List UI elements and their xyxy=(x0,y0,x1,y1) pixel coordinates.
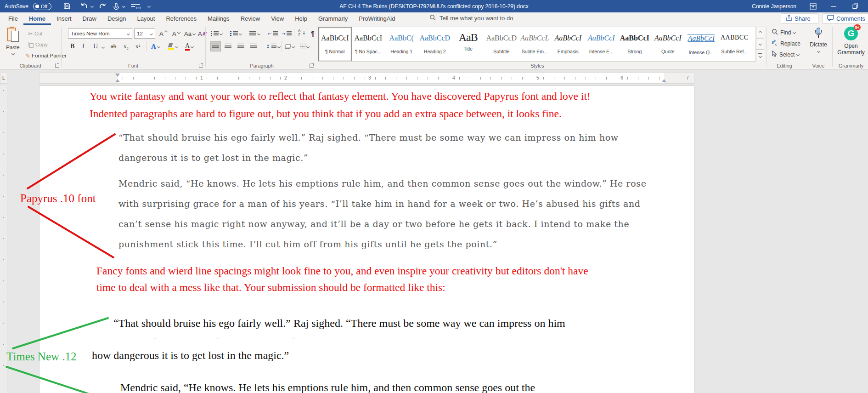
bullets-icon xyxy=(211,31,212,32)
style-card-subtle-emphasis[interactable]: AaBbCcL Subtle Em... xyxy=(518,27,552,61)
align-left-button[interactable] xyxy=(210,41,221,51)
right-indent-marker[interactable] xyxy=(662,79,666,82)
ruler-number: 5 xyxy=(536,75,539,80)
borders-button[interactable] xyxy=(299,41,310,51)
clear-formatting-eraser-icon xyxy=(202,32,207,35)
tab-prowritingaid[interactable]: ProWritingAid xyxy=(353,13,400,25)
bullets-button[interactable] xyxy=(209,28,224,39)
replace-button[interactable]: bc Replace xyxy=(772,40,800,47)
horizontal-ruler[interactable]: 1 2 3 4 5 6 7 xyxy=(39,73,694,84)
restore-button[interactable] xyxy=(851,2,860,11)
style-card-heading2[interactable]: AaBbCcD Heading 2 xyxy=(418,27,452,61)
first-line-indent-marker[interactable] xyxy=(115,74,120,77)
font-name-combo[interactable]: Times New Rom xyxy=(68,28,132,39)
subscript-label: x₂ xyxy=(124,43,129,50)
style-card-heading1[interactable]: AaBbC( Heading 1 xyxy=(385,27,418,61)
pilcrow-icon: ¶ xyxy=(311,30,315,37)
styles-more-button[interactable] xyxy=(756,50,764,61)
bold-button[interactable]: B xyxy=(69,41,76,51)
microphone-icon xyxy=(815,28,822,39)
style-card-strong[interactable]: AaBbCcI Strong xyxy=(618,27,652,61)
select-button[interactable]: Select xyxy=(772,51,799,58)
tab-insert[interactable]: Insert xyxy=(51,13,77,25)
styles-scroll-up-button[interactable] xyxy=(756,27,764,38)
find-button[interactable]: Find xyxy=(772,28,795,36)
open-grammarly-button[interactable]: G 5+ Open Grammarly xyxy=(836,27,866,56)
style-card-intense-emphasis[interactable]: AaBbCcI Intense E... xyxy=(585,27,618,61)
increase-indent-icon: → xyxy=(282,31,285,36)
clear-formatting-button[interactable]: A xyxy=(197,28,208,39)
numbering-button[interactable] xyxy=(229,28,243,39)
font-size-combo[interactable]: 12 xyxy=(134,28,155,39)
show-paragraph-marks-button[interactable]: ¶ xyxy=(310,28,316,39)
subscript-button[interactable]: x₂ xyxy=(122,41,130,51)
vertical-ruler[interactable] xyxy=(0,85,7,393)
paste-chevron-icon[interactable] xyxy=(11,52,14,55)
tab-layout[interactable]: Layout xyxy=(131,13,160,25)
tab-home[interactable]: Home xyxy=(23,13,51,25)
doc-papyrus-p2-line2: with surprising grace for a man of his y… xyxy=(118,199,641,209)
hanging-indent-marker[interactable] xyxy=(115,79,120,82)
style-card-normal[interactable]: AaBbCcI ¶ Normal xyxy=(318,27,352,61)
grow-font-button[interactable]: A xyxy=(158,28,169,39)
tab-review[interactable]: Review xyxy=(235,13,266,25)
cut-button[interactable]: ✂ Cut xyxy=(27,28,44,39)
clipboard-dialog-launcher[interactable] xyxy=(55,63,59,68)
style-card-subtitle[interactable]: AaBbCcD Subtitle xyxy=(485,27,519,61)
align-center-button[interactable] xyxy=(223,41,233,51)
minimize-button[interactable] xyxy=(829,2,839,11)
increase-indent-button[interactable]: → xyxy=(280,28,293,39)
multilevel-list-button[interactable] xyxy=(248,28,261,39)
tab-file[interactable]: File xyxy=(3,13,23,25)
tell-me-search[interactable]: Tell me what you want to do xyxy=(429,14,513,22)
sort-button[interactable]: A Z ↓ xyxy=(297,28,308,38)
text-effects-button[interactable]: A xyxy=(150,41,161,51)
style-card-subtle-reference[interactable]: AABBCC Subtle Ref... xyxy=(718,27,751,61)
borders-grid-icon xyxy=(300,44,305,49)
style-card-no-spacing[interactable]: AaBbCcI ¶ No Spac... xyxy=(352,27,385,61)
numbering-icon xyxy=(230,31,231,32)
italic-button[interactable]: I xyxy=(81,41,86,51)
search-label: Tell me what you want to do xyxy=(440,15,513,22)
font-dialog-launcher[interactable] xyxy=(199,63,203,68)
style-card-emphasis[interactable]: AaBbCcI Emphasis xyxy=(552,27,585,61)
paragraph-dialog-launcher[interactable] xyxy=(310,63,314,68)
style-card-intense-quote[interactable]: AaBbCcI Intense Q... xyxy=(685,27,718,61)
strikethrough-button[interactable]: ab xyxy=(109,41,118,51)
paste-button[interactable]: Paste xyxy=(5,27,21,56)
comments-button[interactable]: Comments xyxy=(822,13,868,24)
align-right-button[interactable] xyxy=(236,41,246,51)
share-button[interactable]: Share xyxy=(781,13,818,24)
underline-button[interactable]: U xyxy=(92,41,99,51)
superscript-button[interactable]: x² xyxy=(134,41,141,51)
copy-button[interactable]: Copy xyxy=(27,40,49,50)
line-spacing-button[interactable]: ↕ xyxy=(265,41,282,51)
underline-chevron-icon[interactable] xyxy=(101,46,105,49)
open-grammarly-label: Open Grammarly xyxy=(836,43,866,56)
change-case-button[interactable]: Aa xyxy=(183,28,197,39)
style-card-title[interactable]: AaB Title xyxy=(451,27,485,61)
comment-icon xyxy=(827,15,834,23)
tab-design[interactable]: Design xyxy=(102,13,131,25)
shrink-font-button[interactable]: A xyxy=(171,28,181,39)
ribbon-display-options-icon[interactable] xyxy=(808,2,817,11)
style-card-quote[interactable]: AaBbCcI Quote xyxy=(651,27,685,61)
shading-button[interactable] xyxy=(284,41,296,51)
bullets-lines-icon xyxy=(214,31,219,36)
decrease-indent-button[interactable]: ← xyxy=(266,28,279,39)
dictate-chevron-icon[interactable] xyxy=(817,50,820,53)
tab-stop-selector[interactable]: L xyxy=(0,73,7,84)
font-color-button[interactable]: A xyxy=(184,41,195,51)
dictate-button[interactable]: Dictate xyxy=(806,28,830,53)
style-name: Emphasis xyxy=(552,49,585,54)
tab-grammarly[interactable]: Grammarly xyxy=(313,13,353,25)
styles-scroll-down-button[interactable] xyxy=(756,38,764,50)
highlight-color-button[interactable] xyxy=(166,41,179,51)
justify-button[interactable] xyxy=(249,41,259,51)
tab-help[interactable]: Help xyxy=(289,13,313,25)
tab-mailings[interactable]: Mailings xyxy=(202,13,235,25)
style-name: Strong xyxy=(619,49,651,54)
tab-references[interactable]: References xyxy=(160,13,202,25)
tab-view[interactable]: View xyxy=(265,13,289,25)
tab-draw[interactable]: Draw xyxy=(77,13,102,25)
